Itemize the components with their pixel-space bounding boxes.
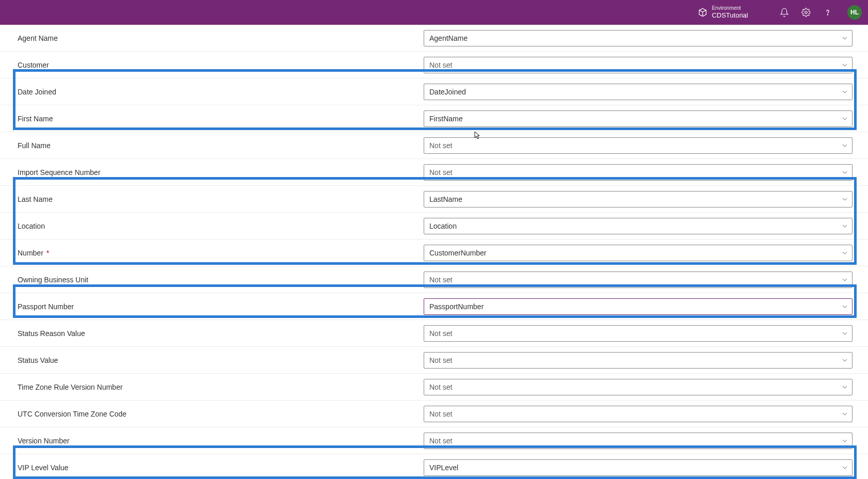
mapping-select[interactable]: VIPLevel (424, 459, 853, 476)
field-label: Date Joined (5, 88, 424, 96)
mapping-select[interactable]: Not set (424, 379, 853, 395)
select-value: Not set (429, 141, 452, 150)
field-row: Number *CustomerNumber (0, 240, 868, 266)
mapping-select[interactable]: Not set (424, 137, 853, 154)
select-value: Not set (429, 356, 452, 364)
field-label: Customer (5, 61, 424, 69)
field-control: DateJoined (424, 84, 863, 100)
field-row: Last NameLastName (0, 186, 868, 213)
mapping-select[interactable]: Not set (424, 164, 853, 181)
chevron-down-icon (842, 411, 848, 417)
chevron-down-icon (842, 304, 848, 310)
field-row: Owning Business UnitNot set (0, 266, 868, 293)
select-value: LastName (429, 195, 462, 203)
field-label: Owning Business Unit (5, 276, 424, 284)
select-value: Not set (429, 329, 452, 338)
settings-icon[interactable] (801, 7, 811, 18)
chevron-down-icon (842, 35, 848, 41)
field-label: Status Value (5, 356, 424, 364)
field-mapping-content: Agent NameAgentNameCustomerNot setDate J… (0, 25, 868, 479)
chevron-down-icon (842, 89, 848, 95)
field-row: Version NumberNot set (0, 427, 868, 454)
chevron-down-icon (842, 357, 848, 363)
mapping-select[interactable]: Not set (424, 352, 853, 369)
field-control: LastName (424, 191, 863, 207)
field-label: VIP Level Value (5, 464, 424, 472)
mapping-select[interactable]: Not set (424, 57, 853, 73)
field-label: Version Number (5, 437, 424, 445)
chevron-down-icon (842, 250, 848, 256)
mapping-select[interactable]: Location (424, 218, 853, 234)
chevron-down-icon (842, 62, 848, 68)
field-control: Not set (424, 352, 863, 369)
select-value: Location (429, 222, 457, 230)
field-row: VIP Level ValueVIPLevel (0, 454, 868, 479)
select-value: Not set (429, 437, 452, 445)
field-control: Not set (424, 164, 863, 181)
select-value: AgentName (429, 34, 468, 42)
user-avatar[interactable]: HL (847, 5, 862, 20)
field-row: Agent NameAgentName (0, 25, 868, 52)
select-value: PassportNumber (429, 302, 484, 311)
help-icon[interactable] (823, 7, 833, 18)
mapping-select[interactable]: FirstName (424, 110, 853, 127)
required-indicator: * (44, 249, 49, 257)
chevron-down-icon (842, 196, 848, 202)
chevron-down-icon (842, 384, 848, 390)
field-control: Not set (424, 272, 863, 288)
avatar-initials: HL (850, 9, 859, 16)
mapping-select[interactable]: Not set (424, 406, 853, 422)
field-row: Time Zone Rule Version NumberNot set (0, 374, 868, 401)
mapping-select[interactable]: Not set (424, 272, 853, 288)
field-label: First Name (5, 115, 424, 123)
mapping-select[interactable]: Not set (424, 325, 853, 342)
field-control: Not set (424, 137, 863, 154)
select-value: Not set (429, 410, 452, 418)
environment-name: CDSTutorial (712, 11, 748, 20)
select-value: DateJoined (429, 88, 466, 96)
field-row: LocationLocation (0, 213, 868, 240)
mapping-select[interactable]: LastName (424, 191, 853, 207)
chevron-down-icon (842, 330, 848, 337)
select-value: Not set (429, 383, 452, 391)
field-label: Time Zone Rule Version Number (5, 383, 424, 391)
field-label: Full Name (5, 141, 424, 150)
select-value: CustomerNumber (429, 249, 486, 257)
environment-block[interactable]: Environment CDSTutorial (698, 5, 748, 20)
field-label: Passport Number (5, 302, 424, 311)
field-control: Not set (424, 379, 863, 395)
field-control: VIPLevel (424, 459, 863, 476)
chevron-down-icon (842, 169, 848, 175)
chevron-down-icon (842, 465, 848, 471)
environment-label: Environment (712, 5, 748, 11)
mapping-select[interactable]: AgentName (424, 30, 853, 46)
field-label: Last Name (5, 195, 424, 203)
field-control: Not set (424, 325, 863, 342)
environment-icon (698, 7, 708, 18)
field-label: Status Reason Value (5, 329, 424, 338)
chevron-down-icon (842, 223, 848, 229)
field-row: UTC Conversion Time Zone CodeNot set (0, 401, 868, 427)
svg-point-1 (827, 14, 828, 15)
field-row: CustomerNot set (0, 52, 868, 78)
field-label: Agent Name (5, 34, 424, 42)
chevron-down-icon (842, 438, 848, 444)
svg-point-0 (805, 11, 808, 14)
select-value: Not set (429, 276, 452, 284)
field-row: Passport NumberPassportNumber (0, 293, 868, 320)
field-control: FirstName (424, 110, 863, 127)
chevron-down-icon (842, 142, 848, 149)
field-row: First NameFirstName (0, 105, 868, 132)
field-control: Not set (424, 57, 863, 73)
chevron-down-icon (842, 277, 848, 283)
field-label: UTC Conversion Time Zone Code (5, 410, 424, 418)
app-header: Environment CDSTutorial HL (0, 0, 868, 25)
mapping-select[interactable]: Not set (424, 433, 853, 449)
mapping-select[interactable]: CustomerNumber (424, 245, 853, 261)
notifications-icon[interactable] (779, 7, 789, 18)
field-control: Not set (424, 433, 863, 449)
mapping-select[interactable]: PassportNumber (424, 298, 853, 315)
mapping-select[interactable]: DateJoined (424, 84, 853, 100)
field-control: Location (424, 218, 863, 234)
field-control: PassportNumber (424, 298, 863, 315)
